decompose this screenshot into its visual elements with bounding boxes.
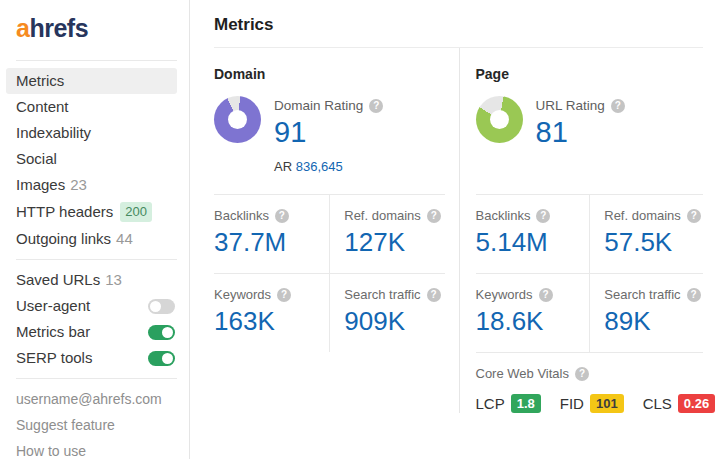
metric-value: 18.6K [476,306,590,337]
saved-urls-count: 13 [105,271,122,289]
metric-page-search-traffic: Search traffic ? 89K [589,274,703,352]
page-title: Metrics [190,0,715,47]
metric-label: Keywords [476,287,533,302]
metric-value: 57.5K [604,227,703,258]
metric-label: Search traffic [604,287,680,302]
metrics-bar-toggle[interactable] [148,325,175,340]
sidebar-item-metrics-bar: Metrics bar [0,319,189,345]
logo-part-navy: hrefs [29,14,88,42]
outgoing-links-count: 44 [116,230,133,248]
core-web-vitals-section: Core Web Vitals ? LCP 1.8 FID 101 [476,353,704,413]
sidebar-item-http-headers[interactable]: HTTP headers 200 [0,198,189,226]
sidebar-divider [16,378,177,379]
how-to-use-link[interactable]: How to use [0,438,189,459]
sidebar-item-label: Metrics bar [16,323,90,341]
logo-part-orange: a [16,14,29,42]
help-icon[interactable]: ? [277,288,291,302]
ahrefs-extension-popup: ahrefs Metrics Content Indexability Soci… [0,0,715,459]
images-count: 23 [70,176,87,194]
sidebar-divider [16,259,177,260]
cwv-fid: FID 101 [560,394,624,413]
sidebar-item-label: Outgoing links [16,230,111,248]
metric-label: Backlinks [214,208,269,223]
sidebar-item-label: Social [16,150,57,168]
sidebar-item-saved-urls[interactable]: Saved URLs 13 [0,267,189,293]
sidebar-item-label: Metrics [16,72,64,90]
help-icon[interactable]: ? [369,99,383,113]
toggle-knob [162,327,173,338]
metric-label: Ref. domains [604,208,681,223]
ahrefs-rank-link[interactable]: 836,645 [296,159,343,174]
help-icon[interactable]: ? [687,209,701,223]
account-email[interactable]: username@ahrefs.com [0,386,189,412]
metric-label: Ref. domains [344,208,421,223]
help-icon[interactable]: ? [536,209,550,223]
sidebar-item-outgoing-links[interactable]: Outgoing links 44 [0,226,189,252]
cwv-metric-label: CLS [643,395,672,412]
sidebar-item-label: HTTP headers [16,203,113,221]
cwv-section-label: Core Web Vitals [476,366,569,381]
help-icon[interactable]: ? [539,288,553,302]
cwv-lcp: LCP 1.8 [476,394,541,413]
metric-label: Backlinks [476,208,531,223]
page-metric-row-2: Keywords ? 18.6K Search traffic ? 89K [476,274,704,352]
metric-domain-backlinks: Backlinks ? 37.7M [214,195,329,273]
cwv-metric-label: FID [560,395,584,412]
sidebar-item-metrics[interactable]: Metrics [6,68,177,94]
help-icon[interactable]: ? [427,288,441,302]
sidebar-item-images[interactable]: Images 23 [0,172,189,198]
metric-value: 37.7M [214,227,329,258]
cwv-value-badge: 101 [590,394,624,413]
metric-page-keywords: Keywords ? 18.6K [476,274,590,352]
user-agent-toggle[interactable] [148,299,175,314]
url-rating-donut-chart [476,96,523,143]
sidebar-item-indexability[interactable]: Indexability [0,120,189,146]
toggle-knob [162,353,173,364]
sidebar: ahrefs Metrics Content Indexability Soci… [0,0,190,459]
page-metric-row-1: Backlinks ? 5.14M Ref. domains ? 57.5K [476,195,704,273]
metric-domain-search-traffic: Search traffic ? 909K [329,274,444,352]
main-panel: Metrics Domain Domain Rating ? 91 AR [190,0,715,459]
domain-metric-row-1: Backlinks ? 37.7M Ref. domains ? 127K [214,195,445,273]
sidebar-item-social[interactable]: Social [0,146,189,172]
help-icon[interactable]: ? [611,99,625,113]
url-rating-info: URL Rating ? 81 [536,96,625,194]
sidebar-item-label: User-agent [16,297,90,315]
url-rating-label: URL Rating [536,98,605,113]
cwv-value-badge: 0.26 [678,394,715,413]
cwv-cls: CLS 0.26 [643,394,715,413]
suggest-feature-link[interactable]: Suggest feature [0,412,189,438]
domain-rating-block: Domain Rating ? 91 AR 836,645 [214,90,445,194]
page-column: Page URL Rating ? 81 Backli [459,48,704,413]
metric-domain-ref-domains: Ref. domains ? 127K [329,195,444,273]
metric-value: 163K [214,306,329,337]
help-icon[interactable]: ? [687,288,701,302]
sidebar-item-label: Saved URLs [16,271,100,289]
sidebar-item-content[interactable]: Content [0,94,189,120]
sidebar-item-label: Content [16,98,69,116]
cwv-value-badge: 1.8 [511,394,541,413]
metric-page-backlinks: Backlinks ? 5.14M [476,195,590,273]
sidebar-item-label: Images [16,176,65,194]
cwv-metric-label: LCP [476,395,505,412]
metric-page-ref-domains: Ref. domains ? 57.5K [589,195,703,273]
metric-value: 909K [344,306,444,337]
url-rating-block: URL Rating ? 81 [476,90,704,194]
domain-header: Domain [214,48,445,90]
help-icon[interactable]: ? [575,367,589,381]
metric-value: 89K [604,306,703,337]
toggle-knob [150,301,161,312]
http-status-badge: 200 [120,202,152,222]
ahrefs-logo: ahrefs [0,12,189,53]
sidebar-item-user-agent: User-agent [0,293,189,319]
domain-metric-row-2: Keywords ? 163K Search traffic ? 909K [214,274,445,352]
ar-label: AR [274,159,292,174]
help-icon[interactable]: ? [427,209,441,223]
serp-tools-toggle[interactable] [148,351,175,366]
domain-rating-value: 91 [274,116,383,149]
help-icon[interactable]: ? [275,209,289,223]
sidebar-item-label: SERP tools [16,349,92,367]
ahrefs-rank-row: AR 836,645 [274,159,383,174]
domain-rating-donut-chart [214,96,261,143]
cwv-badges-row: LCP 1.8 FID 101 CLS 0.26 [476,394,704,413]
